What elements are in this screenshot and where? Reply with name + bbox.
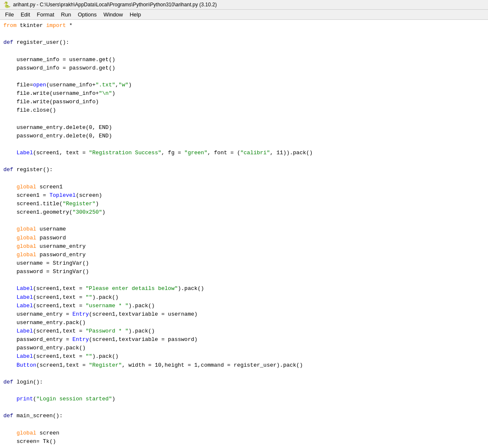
python-icon: 🐍 xyxy=(3,1,11,8)
menu-options[interactable]: Options xyxy=(74,11,100,19)
title-text: arihant.py - C:\Users\prakh\AppData\Loca… xyxy=(13,2,217,8)
code-editor[interactable]: from tkinter import * def register_user(… xyxy=(0,20,488,448)
menu-help[interactable]: Help xyxy=(126,11,144,19)
menu-run[interactable]: Run xyxy=(58,11,75,19)
menu-window[interactable]: Window xyxy=(100,11,126,19)
menu-file[interactable]: File xyxy=(2,11,17,19)
menu-bar: File Edit Format Run Options Window Help xyxy=(0,10,488,20)
menu-format[interactable]: Format xyxy=(33,11,57,19)
menu-edit[interactable]: Edit xyxy=(17,11,33,19)
title-bar: 🐍 arihant.py - C:\Users\prakh\AppData\Lo… xyxy=(0,0,488,10)
